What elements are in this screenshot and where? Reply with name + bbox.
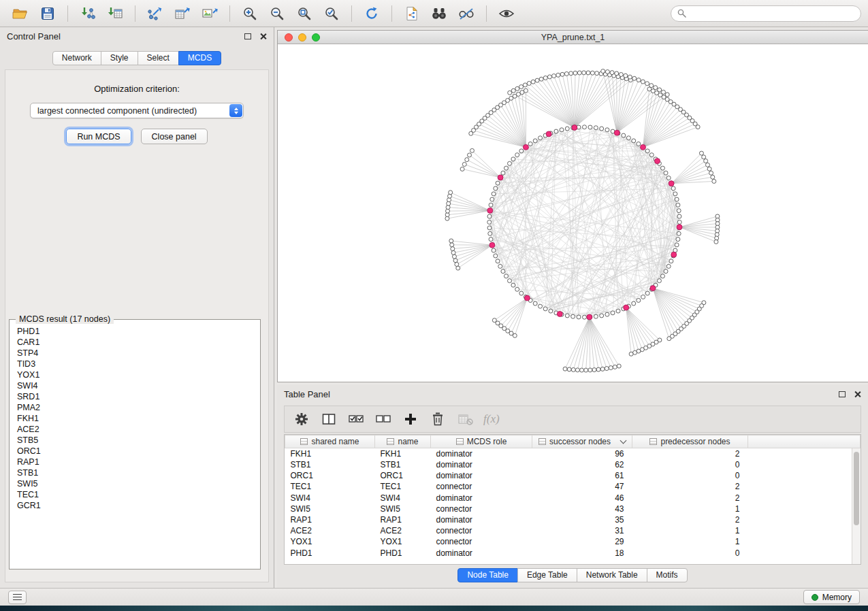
table-row[interactable]: RAP1RAP1dominator352	[285, 514, 861, 525]
table-scrollbar[interactable]	[852, 448, 861, 564]
table-row[interactable]: YOX1YOX1connector291	[285, 536, 861, 547]
column-header-name[interactable]: name	[375, 435, 431, 448]
trash-icon	[430, 412, 445, 427]
zoom-in-button[interactable]	[236, 3, 263, 24]
mcds-result-item[interactable]: CAR1	[11, 337, 259, 348]
status-menu-button[interactable]	[8, 591, 27, 604]
window-minimize-icon[interactable]	[298, 33, 306, 42]
table-scrollbar-thumb[interactable]	[854, 452, 859, 525]
column-header-MCDS-role[interactable]: MCDS role	[431, 435, 532, 448]
import-network-button[interactable]	[74, 3, 101, 24]
tab-node-table[interactable]: Node Table	[457, 568, 518, 582]
memory-button[interactable]: Memory	[803, 590, 860, 604]
window-close-icon[interactable]	[285, 33, 293, 42]
table-row[interactable]: FKH1FKH1dominator962	[285, 448, 861, 460]
show-columns-button[interactable]	[320, 410, 338, 428]
apply-layout-button[interactable]	[358, 3, 385, 24]
open-session-button[interactable]	[7, 3, 34, 24]
table-row[interactable]: PHD1PHD1dominator180	[285, 548, 861, 559]
mcds-result-item[interactable]: SRD1	[11, 391, 259, 402]
main-toolbar	[0, 0, 868, 27]
sort-chevron-icon[interactable]	[620, 437, 627, 444]
table-panel-header: Table Panel	[277, 385, 868, 403]
save-session-button[interactable]	[34, 3, 61, 24]
window-zoom-icon[interactable]	[312, 33, 320, 42]
tab-select[interactable]: Select	[138, 51, 179, 65]
table-row[interactable]: SWI5SWI5connector431	[285, 503, 861, 514]
mcds-result-item[interactable]: PMA2	[11, 402, 259, 413]
tab-network-table[interactable]: Network Table	[577, 568, 647, 582]
delete-column-button[interactable]	[429, 410, 447, 428]
import-table-icon	[107, 6, 123, 21]
deselect-all-button[interactable]	[374, 410, 392, 428]
zoom-fit-button[interactable]	[291, 3, 318, 24]
mcds-result-item[interactable]: YOX1	[11, 369, 259, 380]
float-table-panel-icon[interactable]	[839, 391, 846, 397]
open-folder-icon	[12, 6, 29, 21]
mcds-result-item[interactable]: RAP1	[11, 457, 259, 467]
tab-network[interactable]: Network	[52, 51, 101, 65]
column-header-successor-nodes[interactable]: successor nodes	[532, 435, 632, 448]
search-network-button[interactable]	[425, 3, 453, 24]
close-panel-button[interactable]: Close panel	[141, 129, 208, 144]
mcds-result-item[interactable]: TEC1	[11, 489, 259, 500]
mcds-result-item[interactable]: ORC1	[11, 446, 259, 457]
float-panel-icon[interactable]	[244, 33, 251, 39]
export-network-button[interactable]	[142, 3, 169, 24]
column-header-shared-name[interactable]: shared name	[285, 435, 375, 448]
tab-style[interactable]: Style	[101, 51, 138, 65]
memory-label: Memory	[822, 593, 852, 602]
table-row[interactable]: STB1STB1dominator620	[285, 459, 861, 470]
run-mcds-button[interactable]: Run MCDS	[66, 129, 131, 144]
glasses-slash-icon	[458, 6, 475, 21]
hamburger-icon	[13, 594, 22, 600]
add-column-button[interactable]	[402, 410, 419, 428]
table-row[interactable]: SWI4SWI4dominator462	[285, 493, 861, 503]
select-all-button[interactable]	[347, 410, 365, 428]
window-controls	[285, 33, 320, 42]
toolbar-separator	[351, 5, 352, 22]
tab-edge-table[interactable]: Edge Table	[517, 568, 577, 582]
import-table-disabled-button	[456, 410, 474, 428]
close-table-panel-icon[interactable]	[854, 391, 861, 398]
mcds-result-item[interactable]: SWI4	[11, 380, 259, 391]
toolbar-separator	[229, 5, 230, 22]
mcds-result-item[interactable]: ACE2	[11, 424, 259, 435]
network-window-titlebar[interactable]: YPA_prune.txt_1	[278, 31, 868, 44]
mcds-result-item[interactable]: TID3	[11, 359, 259, 369]
table-panel-tabs: Node TableEdge TableNetwork TableMotifs	[277, 568, 868, 582]
table-row[interactable]: TEC1TEC1connector472	[285, 481, 861, 492]
tab-mcds[interactable]: MCDS	[178, 51, 221, 65]
mcds-result-item[interactable]: FKH1	[11, 413, 259, 424]
control-panel-title: Control Panel	[7, 31, 61, 42]
global-search-box[interactable]	[671, 5, 861, 22]
toggle-birds-eye-view-button[interactable]	[493, 3, 520, 24]
table-settings-button[interactable]	[293, 410, 310, 428]
import-table-button[interactable]	[101, 3, 129, 24]
mcds-result-item[interactable]: STB5	[11, 435, 259, 446]
application-window: { "toolbar": { "buttons": ["open-session…	[0, 0, 868, 611]
network-canvas[interactable]	[278, 44, 868, 382]
mcds-result-item[interactable]: GCR1	[11, 500, 259, 511]
search-input[interactable]	[690, 9, 854, 18]
memory-status-dot	[811, 594, 818, 601]
column-header-predecessor-nodes[interactable]: predecessor nodes	[632, 435, 748, 448]
control-panel-tabs: NetworkStyleSelectMCDS	[0, 51, 274, 65]
table-row[interactable]: ORC1ORC1dominator610	[285, 470, 861, 481]
clone-network-button[interactable]	[398, 3, 425, 24]
export-table-icon	[174, 6, 191, 21]
export-image-button[interactable]	[196, 3, 223, 24]
table-row[interactable]: ACE2ACE2connector311	[285, 525, 861, 536]
mcds-result-item[interactable]: STB1	[11, 467, 259, 478]
mcds-result-item[interactable]: STP4	[11, 348, 259, 359]
mcds-result-item[interactable]: PHD1	[11, 326, 259, 337]
zoom-out-button[interactable]	[263, 3, 291, 24]
close-panel-icon[interactable]	[259, 33, 267, 40]
tab-motifs[interactable]: Motifs	[647, 568, 688, 582]
export-table-button[interactable]	[169, 3, 196, 24]
zoom-selected-button[interactable]	[318, 3, 345, 24]
mcds-panel: Optimization criterion: largest connecte…	[5, 69, 269, 582]
mcds-result-item[interactable]: SWI5	[11, 478, 259, 489]
toggle-graphics-details-button[interactable]	[453, 3, 480, 24]
optimization-criterion-select[interactable]: largest connected component (undirected)	[30, 103, 244, 118]
